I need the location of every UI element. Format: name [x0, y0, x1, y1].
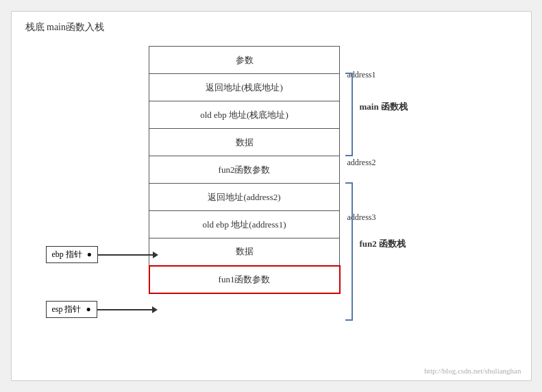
stack-table: 参数返回地址(栈底地址)old ebp 地址(栈底地址)数据fun2函数参数返回…	[149, 46, 341, 294]
esp-arrow-shaft	[97, 309, 152, 310]
ebp-arrow-head	[153, 252, 158, 258]
diagram-title: 栈底 main函数入栈	[25, 21, 105, 34]
stack-row-7: 数据	[149, 238, 340, 266]
stack-row-6: old ebp 地址(address1)	[149, 211, 340, 238]
stack-row-3: 数据	[149, 129, 340, 156]
main-stack-brace	[344, 73, 352, 156]
watermark: http://blog.csdn.net/shulianghan	[424, 367, 521, 375]
main-stack-label: main 函数栈	[360, 101, 408, 113]
esp-arrow-head	[152, 306, 158, 313]
ebp-arrow-shaft	[98, 254, 153, 256]
address2-label: address2	[347, 156, 376, 168]
diagram-container: 栈底 main函数入栈 参数返回地址(栈底地址)old ebp 地址(栈底地址)…	[11, 11, 532, 381]
stack-row-0: 参数	[149, 47, 340, 74]
ebp-pointer-row: ebp 指针 ●	[46, 246, 159, 263]
fun2-stack-label: fun2 函数栈	[360, 238, 406, 250]
stack-row-4: fun2函数参数	[149, 156, 340, 184]
esp-pointer-row: esp 指针 ●	[46, 301, 158, 318]
ebp-pointer-box: ebp 指针 ●	[46, 246, 99, 263]
fun2-stack-brace	[344, 183, 352, 320]
stack-row-5: 返回地址(address2)	[149, 184, 340, 211]
esp-pointer-box: esp 指针 ●	[46, 301, 97, 318]
stack-row-8: fun1函数参数	[149, 266, 340, 293]
stack-row-1: 返回地址(栈底地址)	[149, 74, 340, 101]
stack-row-2: old ebp 地址(栈底地址)	[149, 101, 340, 129]
